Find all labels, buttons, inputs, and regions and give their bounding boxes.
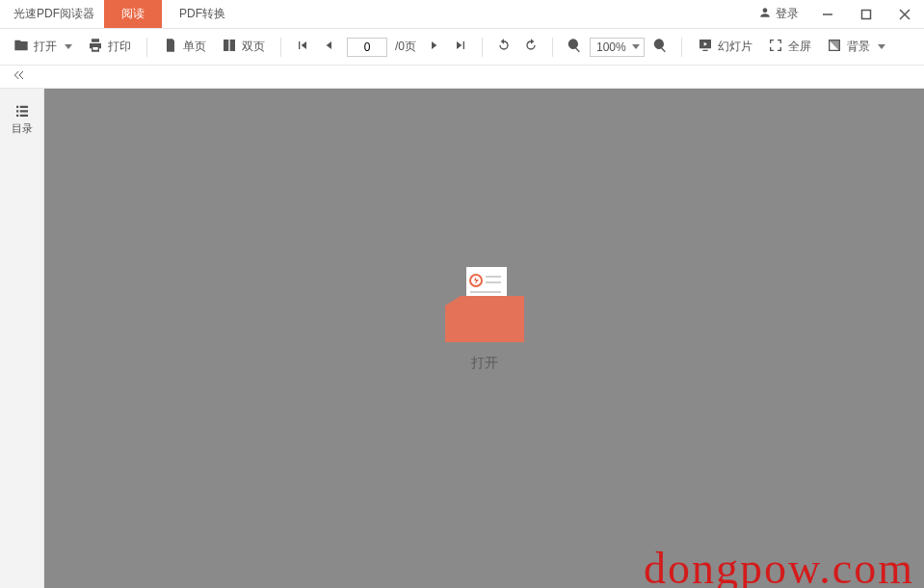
toolbar-separator: [482, 38, 483, 57]
toolbar-separator: [681, 38, 682, 57]
page-number-input[interactable]: [347, 38, 387, 57]
chevron-down-icon: [65, 44, 72, 49]
background-label: 背景: [847, 39, 870, 55]
main-toolbar: 打开 打印 单页 双页 /0页: [0, 29, 924, 66]
single-page-label: 单页: [183, 39, 206, 55]
print-label: 打印: [108, 39, 131, 55]
slideshow-button[interactable]: 幻灯片: [692, 34, 758, 60]
next-icon: [426, 38, 441, 56]
rotate-right-icon: [523, 38, 539, 56]
zoom-level-select[interactable]: 100%: [590, 38, 645, 57]
skip-last-icon: [453, 38, 468, 56]
open-placeholder-label: 打开: [471, 355, 498, 372]
first-page-button[interactable]: [291, 34, 314, 60]
zoom-value: 100%: [596, 40, 626, 54]
chevron-down-icon: [878, 44, 885, 49]
document-canvas: 打开 dongpow.com: [44, 89, 924, 588]
watermark-text: dongpow.com: [644, 543, 914, 588]
toolbar-separator: [552, 38, 553, 57]
zoom-in-icon: [652, 38, 668, 56]
window-minimize-button[interactable]: [808, 0, 847, 28]
sidebar-item-label: 目录: [12, 121, 33, 136]
fullscreen-label: 全屏: [788, 39, 811, 55]
list-icon: [13, 102, 31, 121]
collapse-toolbar-button[interactable]: [8, 64, 31, 90]
app-title: 光速PDF阅读器: [13, 6, 94, 22]
zoom-in-button[interactable]: [648, 34, 672, 60]
last-page-button[interactable]: [449, 34, 472, 60]
sidebar: 目录: [0, 89, 44, 588]
printer-icon: [88, 38, 103, 56]
main-area: 目录 打开 dongpow.: [0, 89, 924, 588]
open-button[interactable]: 打开: [8, 34, 78, 60]
dual-page-button[interactable]: 双页: [216, 34, 271, 60]
prev-icon: [322, 38, 337, 56]
double-chevron-left-icon: [12, 67, 27, 86]
open-folder-illustration-icon: [443, 267, 526, 345]
background-icon: [827, 38, 842, 56]
slideshow-icon: [698, 38, 713, 56]
fullscreen-icon: [768, 38, 783, 56]
svg-rect-11: [445, 306, 524, 342]
dual-page-icon: [222, 38, 237, 56]
app-logo-area: 光速PDF阅读器: [0, 0, 104, 28]
rotate-left-icon: [496, 38, 512, 56]
zoom-out-button[interactable]: [563, 34, 586, 60]
prev-page-button[interactable]: [318, 34, 341, 60]
secondary-toolbar: [0, 66, 924, 89]
open-file-placeholder[interactable]: 打开: [443, 267, 526, 372]
toolbar-separator: [280, 38, 281, 57]
login-label: 登录: [776, 6, 799, 22]
rotate-right-button[interactable]: [519, 34, 542, 60]
next-page-button[interactable]: [422, 34, 445, 60]
rotate-left-button[interactable]: [492, 34, 515, 60]
svg-rect-2: [862, 10, 871, 18]
dual-page-label: 双页: [242, 39, 265, 55]
slideshow-label: 幻灯片: [718, 39, 752, 55]
toolbar-separator: [146, 38, 147, 57]
skip-first-icon: [295, 38, 310, 56]
sidebar-item-toc[interactable]: 目录: [12, 98, 33, 140]
single-page-icon: [163, 38, 178, 56]
user-icon: [758, 6, 772, 22]
folder-open-icon: [13, 38, 29, 56]
print-button[interactable]: 打印: [82, 34, 137, 60]
login-button[interactable]: 登录: [749, 0, 808, 28]
window-maximize-button[interactable]: [847, 0, 885, 28]
page-total-label: /0页: [393, 39, 418, 55]
single-page-button[interactable]: 单页: [157, 34, 212, 60]
tab-read[interactable]: 阅读: [104, 0, 162, 28]
open-label: 打开: [34, 39, 57, 55]
window-close-button[interactable]: [885, 0, 924, 28]
tab-pdf-convert[interactable]: PDF转换: [162, 0, 243, 28]
title-bar: 光速PDF阅读器 阅读 PDF转换 登录: [0, 0, 924, 29]
fullscreen-button[interactable]: 全屏: [762, 34, 817, 60]
title-tabs: 阅读 PDF转换: [104, 0, 243, 28]
background-button[interactable]: 背景: [821, 34, 891, 60]
zoom-out-icon: [567, 38, 582, 56]
